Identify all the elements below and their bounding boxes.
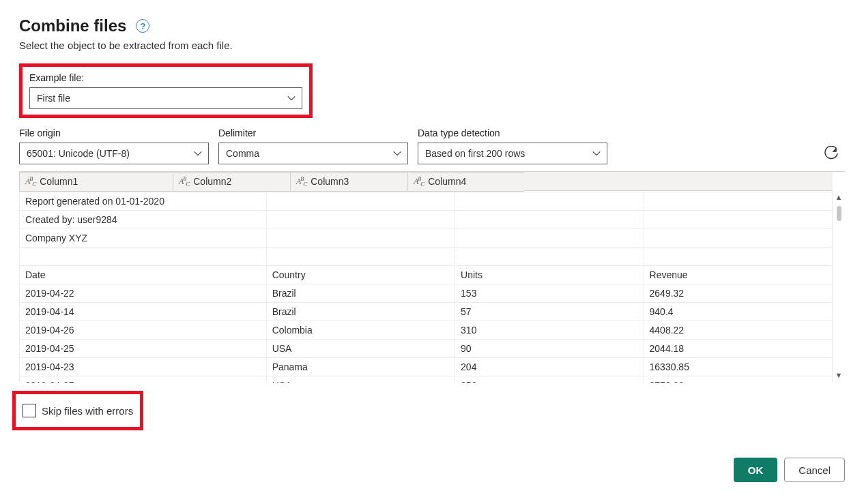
refresh-button[interactable]	[822, 144, 841, 163]
table-cell[interactable]: 2044.18	[644, 340, 832, 358]
table-row[interactable]: Report generated on 01-01-2020	[20, 192, 833, 211]
table-cell[interactable]: Created by: user9284	[20, 211, 267, 229]
ok-button[interactable]: OK	[734, 458, 778, 482]
table-cell[interactable]: Panama	[266, 358, 455, 376]
skip-files-checkbox[interactable]	[23, 404, 36, 417]
text-type-icon: ABC	[179, 176, 189, 188]
table-cell[interactable]: Date	[20, 266, 267, 284]
column-header[interactable]: ABC Column1	[20, 173, 173, 192]
table-cell[interactable]: 940.4	[644, 303, 832, 321]
column-name: Column2	[193, 176, 231, 187]
table-cell[interactable]: 310	[455, 321, 644, 340]
table-cell[interactable]	[455, 248, 644, 266]
column-header[interactable]: ABC Column2	[173, 173, 291, 192]
table-cell[interactable]: 4408.22	[644, 321, 832, 340]
options-row: File origin 65001: Unicode (UTF-8) Delim…	[19, 128, 845, 164]
table-cell[interactable]	[455, 192, 644, 211]
table-row[interactable]: 2019-04-26Colombia3104408.22	[20, 321, 833, 340]
text-type-icon: ABC	[25, 176, 35, 188]
table-row[interactable]: Created by: user9284	[20, 211, 833, 229]
table-cell[interactable]: 2019-04-22	[20, 284, 267, 303]
chevron-down-icon	[193, 149, 203, 158]
table-cell[interactable]: 3772.26	[644, 376, 832, 383]
column-header[interactable]: ABC Column3	[291, 173, 408, 192]
table-cell[interactable]	[644, 192, 832, 211]
table-cell[interactable]	[266, 192, 455, 211]
table-cell[interactable]: Brazil	[266, 284, 455, 303]
table-cell[interactable]	[455, 229, 644, 248]
table-cell[interactable]: 57	[455, 303, 644, 321]
help-icon[interactable]: ?	[136, 19, 149, 33]
table-cell[interactable]: 2019-04-14	[20, 303, 267, 321]
dialog-footer: OK Cancel	[19, 458, 845, 482]
table-cell[interactable]: USA	[266, 340, 455, 358]
table-cell[interactable]	[266, 211, 455, 229]
dialog-subtitle: Select the object to be extracted from e…	[19, 40, 845, 51]
column-header[interactable]: ABC Column4	[408, 173, 525, 192]
table-row[interactable]: 2019-04-25USA902044.18	[20, 340, 833, 358]
table-cell[interactable]: 2019-04-23	[20, 358, 267, 376]
table-cell[interactable]	[644, 229, 832, 248]
example-file-section: Example file: First file	[19, 63, 313, 118]
datatype-detection-value: Based on first 200 rows	[425, 148, 525, 159]
table-cell[interactable]: Revenue	[644, 266, 832, 284]
text-type-icon: ABC	[296, 176, 306, 188]
preview-table-body: Report generated on 01-01-2020Created by…	[19, 192, 833, 383]
chevron-down-icon	[392, 149, 402, 158]
table-row[interactable]: 2019-04-14Brazil57940.4	[20, 303, 833, 321]
table-cell[interactable]: 2019-04-25	[20, 340, 267, 358]
table-cell[interactable]: 2019-04-07	[20, 376, 267, 383]
table-cell[interactable]	[20, 248, 267, 266]
table-row[interactable]: 2019-04-07USA3563772.26	[20, 376, 833, 383]
table-cell[interactable]: 2649.32	[644, 284, 832, 303]
scroll-thumb[interactable]	[837, 206, 841, 221]
table-cell[interactable]	[644, 248, 832, 266]
table-cell[interactable]: 90	[455, 340, 644, 358]
table-cell[interactable]: 153	[455, 284, 644, 303]
table-cell[interactable]	[266, 229, 455, 248]
chevron-down-icon	[592, 149, 601, 158]
text-type-icon: ABC	[414, 176, 424, 188]
table-row[interactable]: Company XYZ	[20, 229, 833, 248]
title-row: Combine files ?	[19, 16, 845, 35]
scroll-up-arrow-icon[interactable]: ▲	[835, 192, 843, 202]
table-row[interactable]	[20, 248, 833, 266]
preview-table: ABC Column1 ABC Column2	[19, 172, 524, 192]
table-cell[interactable]	[644, 211, 832, 229]
table-cell[interactable]	[455, 211, 644, 229]
table-cell[interactable]: 16330.85	[644, 358, 832, 376]
table-cell[interactable]: 204	[455, 358, 644, 376]
table-cell[interactable]: Country	[266, 266, 455, 284]
table-cell[interactable]	[266, 248, 455, 266]
table-header-row: ABC Column1 ABC Column2	[20, 173, 525, 192]
scroll-down-arrow-icon[interactable]: ▼	[835, 370, 843, 380]
table-cell[interactable]: USA	[266, 376, 455, 383]
delimiter-label: Delimiter	[218, 128, 408, 138]
file-origin-value: 65001: Unicode (UTF-8)	[27, 148, 130, 159]
table-cell[interactable]: 356	[455, 376, 644, 383]
column-name: Column1	[40, 176, 78, 187]
header-blank-area	[524, 172, 833, 191]
cancel-button[interactable]: Cancel	[784, 458, 845, 482]
table-cell[interactable]: Colombia	[266, 321, 455, 340]
delimiter-field: Delimiter Comma	[218, 128, 408, 164]
column-name: Column3	[311, 176, 349, 187]
table-cell[interactable]: Brazil	[266, 303, 455, 321]
table-row[interactable]: 2019-04-22Brazil1532649.32	[20, 284, 833, 303]
datatype-detection-dropdown[interactable]: Based on first 200 rows	[418, 143, 607, 164]
example-file-label: Example file:	[29, 72, 302, 83]
table-cell[interactable]: Units	[455, 266, 644, 284]
vertical-scrollbar[interactable]: ▲ ▼	[833, 172, 845, 383]
datatype-detection-label: Data type detection	[418, 128, 607, 138]
preview-grid: ABC Column1 ABC Column2	[19, 171, 845, 383]
table-row[interactable]: 2019-04-23Panama20416330.85	[20, 358, 833, 376]
delimiter-dropdown[interactable]: Comma	[218, 143, 408, 164]
example-file-dropdown[interactable]: First file	[29, 87, 302, 109]
file-origin-dropdown[interactable]: 65001: Unicode (UTF-8)	[19, 143, 209, 164]
table-cell[interactable]: 2019-04-26	[20, 321, 267, 340]
table-cell[interactable]: Company XYZ	[20, 229, 267, 248]
table-row[interactable]: DateCountryUnitsRevenue	[20, 266, 833, 284]
table-cell[interactable]: Report generated on 01-01-2020	[20, 192, 267, 211]
skip-files-section: Skip files with errors	[12, 391, 143, 430]
dialog-title: Combine files	[19, 16, 126, 35]
